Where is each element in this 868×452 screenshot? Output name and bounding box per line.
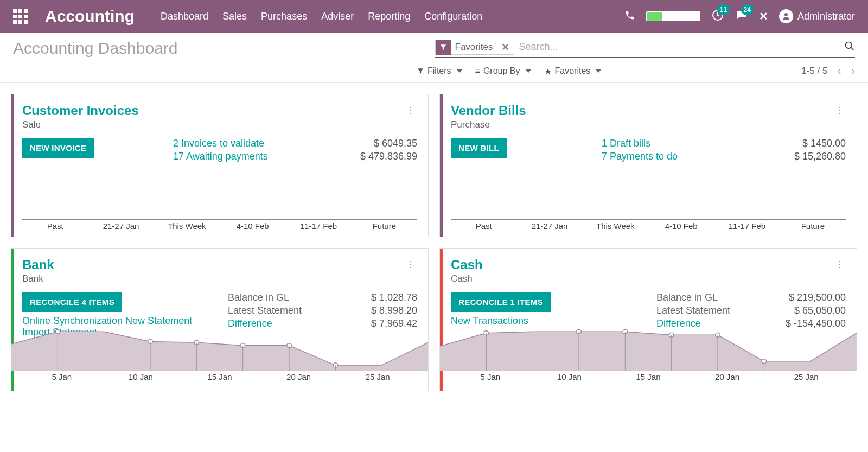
vendor-bills-chart: Past21-27 JanThis Week4-10 Feb11-17 FebF…	[451, 184, 846, 232]
link-payments-to-do[interactable]: 7 Payments to do	[602, 151, 764, 162]
navbar: Accounting Dashboard Sales Purchases Adv…	[0, 0, 868, 33]
card-accent	[440, 94, 443, 237]
search-area[interactable]: Favorites ✕	[435, 40, 855, 58]
search-facet-favorites: Favorites ✕	[435, 40, 515, 55]
chat-icon[interactable]: 24	[735, 9, 748, 24]
facet-label: Favorites	[451, 42, 497, 53]
username-label: Administrator	[797, 11, 855, 22]
link-new-transactions[interactable]: New Transactions	[451, 315, 656, 327]
card-menu-icon[interactable]: ⋮	[404, 103, 417, 118]
card-subtitle: Sale	[22, 119, 404, 130]
pager-next[interactable]: ›	[851, 64, 855, 78]
facet-remove-icon[interactable]: ✕	[497, 41, 514, 53]
nav-item-reporting[interactable]: Reporting	[368, 11, 410, 22]
amount-payments: $ 15,260.80	[764, 151, 846, 162]
card-subtitle: Purchase	[451, 119, 833, 130]
avatar	[779, 9, 793, 23]
new-bill-button[interactable]: NEW BILL	[451, 138, 507, 158]
reconcile-cash-button[interactable]: RECONCILE 1 ITEMS	[451, 292, 551, 312]
breadcrumb: Accounting Dashboard	[13, 39, 178, 58]
amount-balance-gl: $ 1,028.78	[336, 292, 417, 303]
amount-to-validate: $ 6049.35	[336, 138, 417, 149]
kanban-view: Customer Invoices Sale ⋮ NEW INVOICE 2 I…	[0, 83, 868, 402]
apps-icon[interactable]	[13, 9, 28, 24]
control-panel: Accounting Dashboard Favorites ✕ Filters…	[0, 33, 868, 83]
card-title[interactable]: Customer Invoices	[22, 103, 404, 118]
amount-awaiting: $ 479,836.99	[336, 151, 417, 162]
card-title[interactable]: Bank	[22, 257, 404, 272]
card-menu-icon[interactable]: ⋮	[404, 257, 417, 272]
card-cash: Cash Cash ⋮ RECONCILE 1 ITEMS New Transa…	[439, 248, 857, 391]
card-vendor-bills: Vendor Bills Purchase ⋮ NEW BILL 1 Draft…	[439, 94, 857, 237]
link-invoices-to-validate[interactable]: 2 Invoices to validate	[173, 138, 336, 149]
chat-badge: 24	[741, 4, 754, 15]
customer-invoices-chart: Past21-27 JanThis Week4-10 Feb11-17 FebF…	[22, 184, 417, 232]
user-menu[interactable]: Administrator	[779, 9, 855, 23]
link-awaiting-payments[interactable]: 17 Awaiting payments	[173, 151, 336, 162]
activity-icon[interactable]: 11	[711, 9, 724, 24]
card-title[interactable]: Cash	[451, 257, 833, 272]
cash-chart: 5 Jan10 Jan15 Jan20 Jan25 Jan	[440, 328, 857, 386]
nav-item-purchases[interactable]: Purchases	[261, 11, 307, 22]
nav-item-dashboard[interactable]: Dashboard	[161, 11, 208, 22]
search-icon[interactable]	[844, 41, 855, 54]
groupby-dropdown[interactable]: ≡Group By	[475, 66, 531, 77]
link-online-sync[interactable]: Online Synchronization New Statement	[22, 315, 228, 327]
label-latest-statement: Latest Statement	[656, 305, 764, 316]
favorites-dropdown[interactable]: ★Favorites	[544, 66, 602, 77]
card-subtitle: Cash	[451, 273, 833, 284]
card-title[interactable]: Vendor Bills	[451, 103, 833, 118]
svg-line-3	[851, 47, 854, 50]
phone-icon[interactable]	[624, 10, 635, 23]
label-balance-gl: Balance in GL	[228, 292, 336, 303]
progress-indicator[interactable]	[646, 11, 700, 21]
card-accent	[11, 94, 14, 237]
reconcile-bank-button[interactable]: RECONCILE 4 ITEMS	[22, 292, 122, 312]
amount-latest-statement: $ 8,998.20	[336, 305, 417, 316]
bank-chart: 5 Jan10 Jan15 Jan20 Jan25 Jan	[11, 328, 428, 386]
label-balance-gl: Balance in GL	[656, 292, 764, 303]
svg-point-2	[846, 42, 852, 48]
nav-menu: Dashboard Sales Purchases Adviser Report…	[161, 11, 482, 22]
close-icon[interactable]: ✕	[759, 10, 768, 23]
nav-item-sales[interactable]: Sales	[222, 11, 247, 22]
amount-latest-statement: $ 65,050.00	[764, 305, 846, 316]
pager-text: 1-5 / 5	[801, 66, 827, 77]
filters-dropdown[interactable]: Filters	[417, 66, 462, 77]
card-customer-invoices: Customer Invoices Sale ⋮ NEW INVOICE 2 I…	[11, 94, 429, 237]
amount-balance-gl: $ 219,500.00	[764, 292, 846, 303]
nav-item-adviser[interactable]: Adviser	[321, 11, 354, 22]
new-invoice-button[interactable]: NEW INVOICE	[22, 138, 94, 158]
label-latest-statement: Latest Statement	[228, 305, 336, 316]
svg-point-1	[784, 13, 788, 16]
filter-icon	[436, 40, 451, 55]
link-draft-bills[interactable]: 1 Draft bills	[602, 138, 764, 149]
card-bank: Bank Bank ⋮ RECONCILE 4 ITEMS Online Syn…	[11, 248, 429, 391]
pager-prev[interactable]: ‹	[837, 64, 841, 78]
app-name[interactable]: Accounting	[45, 7, 135, 26]
search-input[interactable]	[519, 41, 844, 53]
amount-draft: $ 1450.00	[764, 138, 846, 149]
nav-item-configuration[interactable]: Configuration	[424, 11, 482, 22]
card-menu-icon[interactable]: ⋮	[833, 257, 846, 272]
card-menu-icon[interactable]: ⋮	[833, 103, 846, 118]
card-subtitle: Bank	[22, 273, 404, 284]
activity-badge: 11	[717, 4, 730, 15]
